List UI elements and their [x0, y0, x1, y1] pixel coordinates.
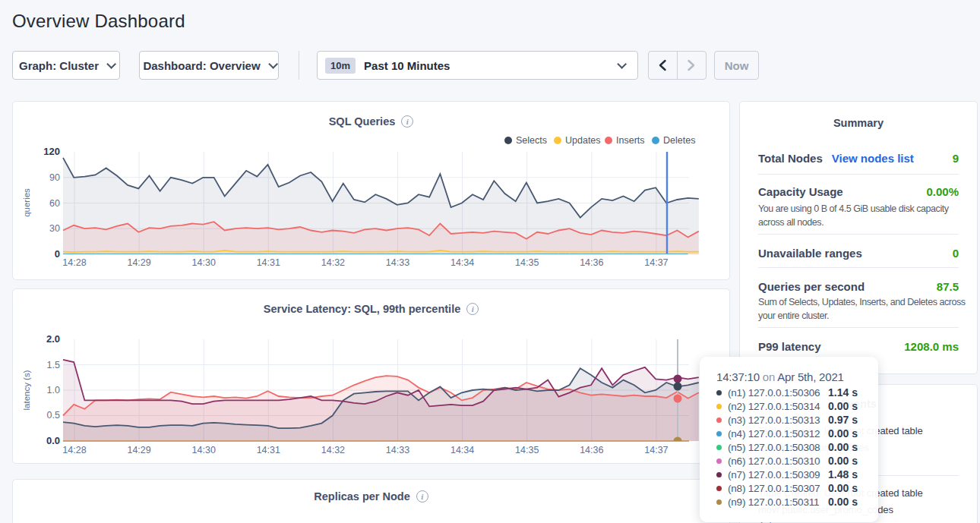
svg-text:14:34: 14:34 [450, 257, 474, 268]
svg-text:60: 60 [49, 198, 60, 209]
svg-text:14:28: 14:28 [62, 257, 86, 268]
svg-text:Updates: Updates [565, 135, 601, 146]
svg-text:14:37: 14:37 [644, 257, 668, 268]
svg-text:14:37: 14:37 [644, 445, 668, 455]
svg-text:14:30: 14:30 [192, 257, 216, 268]
svg-text:14:32: 14:32 [321, 257, 345, 268]
svg-text:14:31: 14:31 [257, 445, 280, 455]
svg-text:14:29: 14:29 [127, 257, 150, 268]
svg-text:14:29: 14:29 [127, 445, 150, 455]
svg-text:Inserts: Inserts [616, 135, 645, 146]
svg-text:14:33: 14:33 [386, 445, 409, 455]
svg-text:0.0: 0.0 [46, 435, 60, 446]
svg-text:latency (s): latency (s) [22, 370, 31, 410]
svg-text:14:28: 14:28 [62, 445, 86, 455]
svg-text:14:32: 14:32 [321, 445, 345, 455]
svg-text:14:36: 14:36 [580, 257, 603, 268]
svg-text:90: 90 [49, 172, 60, 183]
svg-text:0: 0 [55, 248, 60, 260]
svg-text:1.5: 1.5 [47, 360, 60, 370]
svg-text:14:33: 14:33 [386, 257, 409, 268]
svg-text:14:30: 14:30 [192, 445, 216, 455]
svg-text:2.0: 2.0 [46, 333, 60, 345]
svg-text:Selects: Selects [516, 135, 547, 146]
svg-text:30: 30 [49, 223, 60, 234]
svg-text:14:36: 14:36 [580, 445, 603, 455]
svg-text:14:34: 14:34 [450, 445, 474, 455]
svg-text:Deletes: Deletes [663, 135, 695, 146]
svg-text:120: 120 [43, 146, 60, 157]
svg-text:queries: queries [22, 188, 31, 217]
svg-text:14:35: 14:35 [515, 257, 539, 268]
svg-text:1.0: 1.0 [47, 385, 60, 395]
svg-text:14:31: 14:31 [257, 257, 280, 268]
svg-text:0.5: 0.5 [47, 410, 60, 421]
svg-text:14:35: 14:35 [515, 445, 539, 455]
